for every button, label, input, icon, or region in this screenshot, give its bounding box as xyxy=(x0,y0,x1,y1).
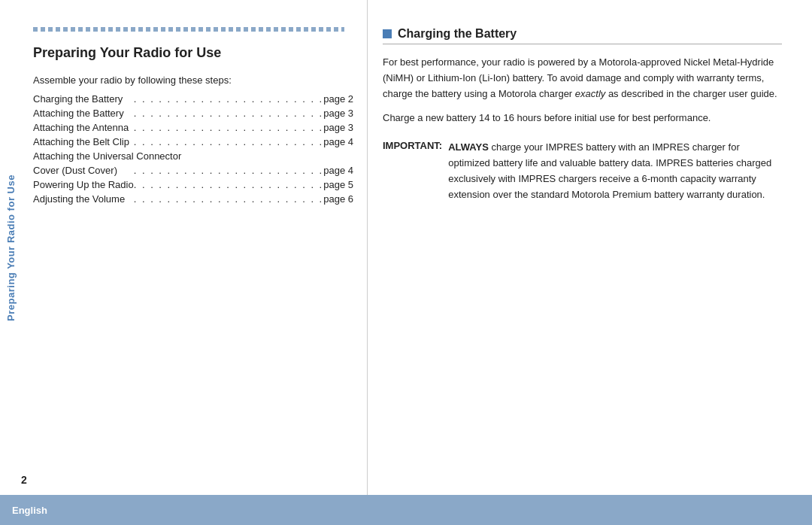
vertical-tab: Preparing Your Radio for Use xyxy=(0,0,21,495)
toc-row-4: Attaching the Universal Connector xyxy=(33,149,353,163)
language-bar: English xyxy=(0,495,812,525)
toc-dots-6: . . . . . . . . . . . . . . . . . . . . … xyxy=(134,178,324,192)
left-section-title: Preparing Your Radio for Use xyxy=(33,45,344,61)
toc-page-2: page 3 xyxy=(323,120,353,135)
toc-row-5: Cover (Dust Cover) . . . . . . . . . . .… xyxy=(33,163,353,178)
toc-label-4: Attaching the Universal Connector xyxy=(33,149,353,163)
toc-dots-1: . . . . . . . . . . . . . . . . . . . . … xyxy=(134,106,324,120)
toc-dots-2: . . . . . . . . . . . . . . . . . . . . … xyxy=(134,120,324,135)
vertical-tab-label: Preparing Your Radio for Use xyxy=(5,174,17,321)
toc-page-3: page 4 xyxy=(323,135,353,149)
toc-page-1: page 3 xyxy=(323,106,353,120)
toc-dots-0: . . . . . . . . . . . . . . . . . . . . … xyxy=(134,92,324,106)
toc-page-7: page 6 xyxy=(323,192,353,206)
toc-label-5: Cover (Dust Cover) xyxy=(33,163,134,178)
important-text: ALWAYS charge your IMPRES battery with a… xyxy=(448,140,782,202)
toc-dots-7: . . . . . . . . . . . . . . . . . . . . … xyxy=(134,192,324,206)
toc-page-5: page 4 xyxy=(323,163,353,178)
toc-page-0: page 2 xyxy=(323,92,353,106)
toc-page-6: page 5 xyxy=(323,178,353,192)
toc-row-3: Attaching the Belt Clip . . . . . . . . … xyxy=(33,135,353,149)
toc-row-6: Powering Up the Radio . . . . . . . . . … xyxy=(33,178,353,192)
important-block: IMPORTANT: ALWAYS charge your IMPRES bat… xyxy=(383,140,782,202)
right-column: Charging the Battery For best performanc… xyxy=(367,0,812,495)
toc-label-2: Attaching the Antenna xyxy=(33,120,134,135)
left-column: Preparing Your Radio for Use Assemble yo… xyxy=(21,0,367,495)
content-area: Preparing Your Radio for Use Assemble yo… xyxy=(21,0,812,495)
toc-intro: Assemble your radio by following these s… xyxy=(33,74,344,86)
toc-label-7: Adjusting the Volume xyxy=(33,192,134,206)
toc-label-0: Charging the Battery xyxy=(33,92,134,106)
important-bold: ALWAYS xyxy=(448,141,489,153)
body-paragraph-1: For best performance, your radio is powe… xyxy=(383,55,782,102)
section-header: Charging the Battery xyxy=(383,27,782,41)
toc-dots-3: . . . . . . . . . . . . . . . . . . . . … xyxy=(134,135,324,149)
body-paragraph-2: Charge a new battery 14 to 16 hours befo… xyxy=(383,111,782,126)
toc-row-2: Attaching the Antenna . . . . . . . . . … xyxy=(33,120,353,135)
page-container: Preparing Your Radio for Use Preparing Y… xyxy=(0,0,812,525)
page-number: 2 xyxy=(21,474,27,486)
toc-label-1: Attaching the Battery xyxy=(33,106,134,120)
toc-table: Charging the Battery . . . . . . . . . .… xyxy=(33,92,353,206)
toc-row-7: Adjusting the Volume . . . . . . . . . .… xyxy=(33,192,353,206)
toc-label-6: Powering Up the Radio xyxy=(33,178,134,192)
toc-row-1: Attaching the Battery . . . . . . . . . … xyxy=(33,106,353,120)
toc-row-0: Charging the Battery . . . . . . . . . .… xyxy=(33,92,353,106)
section-divider xyxy=(383,44,782,44)
right-section-title: Charging the Battery xyxy=(398,27,517,41)
language-label: English xyxy=(12,505,47,516)
important-label: IMPORTANT: xyxy=(383,140,442,202)
section-icon xyxy=(383,29,392,38)
toc-dots-5: . . . . . . . . . . . . . . . . . . . . … xyxy=(134,163,324,178)
toc-label-3: Attaching the Belt Clip xyxy=(33,135,134,149)
